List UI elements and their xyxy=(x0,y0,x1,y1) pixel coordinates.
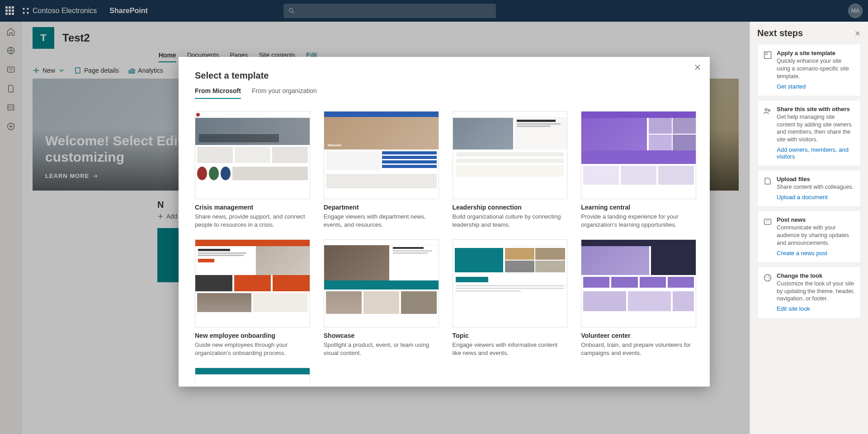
next-step-apply-template: Apply a site templateQuickly enhance you… xyxy=(757,44,861,96)
ns-link[interactable]: Add owners, members, and visitors xyxy=(777,146,855,160)
people-icon xyxy=(763,107,772,116)
template-desc: Provide a landing experience for your or… xyxy=(581,213,696,229)
template-title: Learning central xyxy=(581,204,696,211)
template-title: Crisis management xyxy=(195,204,310,211)
ns-desc: Share content with colleagues. xyxy=(777,183,854,191)
template-thumbnail xyxy=(581,111,696,199)
close-icon[interactable] xyxy=(854,30,861,37)
template-grid: Crisis management Share news, provide su… xyxy=(195,111,696,382)
next-step-share: Share this site with othersGet help mana… xyxy=(757,100,861,167)
template-thumbnail xyxy=(195,368,310,382)
template-more[interactable] xyxy=(195,368,310,382)
ns-desc: Get help managing site content by adding… xyxy=(777,113,855,144)
template-desc: Share news, provide support, and connect… xyxy=(195,213,310,229)
svg-point-35 xyxy=(768,109,770,111)
template-picker-modal: Select a template From Microsoft From yo… xyxy=(179,57,710,387)
template-title: Department xyxy=(324,204,439,211)
svg-point-39 xyxy=(766,276,767,277)
template-thumbnail xyxy=(581,239,696,327)
ns-title: Change the look xyxy=(777,272,855,279)
ns-link[interactable]: Create a news post xyxy=(777,250,827,257)
template-icon xyxy=(763,51,772,60)
template-title: Leadership connection xyxy=(453,204,568,211)
template-desc: Build organizational culture by connecti… xyxy=(453,213,568,229)
svg-point-34 xyxy=(765,108,767,111)
ns-title: Post news xyxy=(777,216,855,223)
next-step-look: Change the lookCustomize the look of you… xyxy=(757,266,861,319)
ns-link[interactable]: Get started xyxy=(777,83,806,90)
template-title: Showcase xyxy=(324,332,439,339)
template-title: New employee onboarding xyxy=(195,332,310,339)
template-thumbnail xyxy=(453,239,568,327)
svg-rect-33 xyxy=(765,53,767,55)
svg-point-40 xyxy=(768,275,769,276)
template-desc: Spotlight a product, event, or team usin… xyxy=(324,341,439,357)
template-thumbnail xyxy=(195,239,310,327)
template-department[interactable]: Welcome Department Engage viewers with d… xyxy=(324,111,439,229)
ns-title: Upload files xyxy=(777,176,854,182)
template-thumbnail xyxy=(195,111,310,199)
template-thumbnail: Welcome xyxy=(324,111,439,199)
template-thumbnail xyxy=(324,239,439,327)
upload-icon xyxy=(763,177,772,186)
next-steps-panel: Next steps Apply a site templateQuickly … xyxy=(750,22,868,434)
template-new-employee-onboarding[interactable]: New employee onboarding Guide new employ… xyxy=(195,239,310,357)
template-showcase[interactable]: Showcase Spotlight a product, event, or … xyxy=(324,239,439,357)
svg-point-41 xyxy=(769,277,769,278)
ns-title: Share this site with others xyxy=(777,106,855,112)
modal-tabs: From Microsoft From your organization xyxy=(195,87,693,99)
template-title: Volunteer center xyxy=(581,332,696,339)
ns-link[interactable]: Upload a document xyxy=(777,194,828,201)
next-step-news: Post newsCommunicate with your audience … xyxy=(757,210,861,263)
template-volunteer-center[interactable]: Volunteer center Onboard, train, and pre… xyxy=(581,239,696,357)
template-learning-central[interactable]: Learning central Provide a landing exper… xyxy=(581,111,696,229)
ns-desc: Quickly enhance your site using a scenar… xyxy=(777,57,855,80)
template-leadership-connection[interactable]: Leadership connection Build organization… xyxy=(453,111,568,229)
news-icon xyxy=(763,217,772,226)
template-crisis-management[interactable]: Crisis management Share news, provide su… xyxy=(195,111,310,229)
template-desc: Guide new employees through your organiz… xyxy=(195,341,310,357)
ns-desc: Customize the look of your site by updat… xyxy=(777,280,855,303)
paint-icon xyxy=(763,273,772,282)
close-icon xyxy=(694,64,701,70)
modal-title: Select a template xyxy=(195,70,693,81)
ns-link[interactable]: Edit site look xyxy=(777,305,810,312)
ns-desc: Communicate with your audience by sharin… xyxy=(777,224,855,247)
template-thumbnail xyxy=(453,111,568,199)
tab-from-organization[interactable]: From your organization xyxy=(252,87,317,99)
template-desc: Engage viewers with department news, eve… xyxy=(324,213,439,229)
ns-title: Apply a site template xyxy=(777,50,855,56)
template-desc: Engage viewers with informative content … xyxy=(453,341,568,357)
close-button[interactable] xyxy=(694,64,701,72)
svg-point-38 xyxy=(764,274,771,281)
template-topic[interactable]: Topic Engage viewers with informative co… xyxy=(453,239,568,357)
next-step-upload: Upload filesShare content with colleague… xyxy=(757,170,861,207)
template-grid-scroll[interactable]: Crisis management Share news, provide su… xyxy=(195,111,700,382)
next-steps-title: Next steps xyxy=(757,28,803,38)
template-title: Topic xyxy=(453,332,568,339)
template-desc: Onboard, train, and prepare volunteers f… xyxy=(581,341,696,357)
tab-from-microsoft[interactable]: From Microsoft xyxy=(195,87,241,99)
svg-rect-36 xyxy=(764,219,771,224)
